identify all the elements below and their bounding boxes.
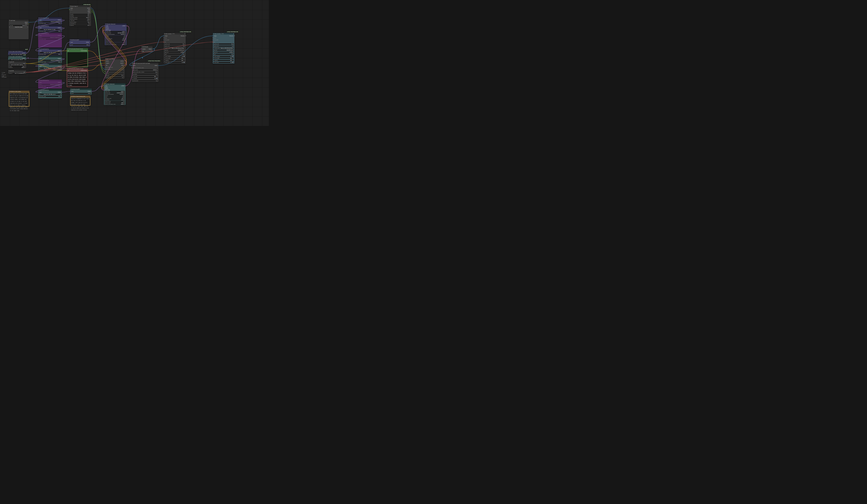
arrow-left-icon[interactable]: ◀ bbox=[105, 102, 106, 103]
node-header[interactable]: LoraLoaderModelOnly bbox=[38, 17, 62, 19]
toggle-knob[interactable] bbox=[232, 60, 233, 61]
node-msd3_bot[interactable]: ModelSamplingSD3modelMODEL◀shift6.00▶ bbox=[70, 88, 92, 95]
arrow-left-icon[interactable]: ◀ bbox=[165, 52, 165, 53]
widget-pingpong[interactable]: pingpongfalse bbox=[164, 60, 185, 61]
reroute-dot[interactable] bbox=[28, 58, 29, 58]
input-slot-audio[interactable] bbox=[212, 37, 213, 38]
output-slot-VAE[interactable] bbox=[26, 72, 27, 73]
output-slot-LATENT[interactable] bbox=[126, 25, 127, 26]
widget-frame-rate[interactable]: ◀frame_rate16▶ bbox=[164, 44, 185, 45]
output-slot-CLIP[interactable] bbox=[26, 63, 27, 64]
wire-green[interactable] bbox=[91, 11, 105, 74]
arrow-left-icon[interactable]: ◀ bbox=[39, 62, 40, 63]
arrow-right-icon[interactable]: ▶ bbox=[123, 75, 123, 76]
input-slot-model[interactable] bbox=[104, 86, 104, 86]
widget-ckpt-name[interactable]: ◀ckpt_namerife49.pth▶ bbox=[132, 69, 158, 70]
widget-wan-pov-missionary-v1-1-safet-[interactable]: ◀wan_pov_missionary_v1.1.safet ...▶ bbox=[39, 68, 61, 69]
output-slot-MODEL[interactable] bbox=[62, 51, 62, 51]
widget-scale-factor[interactable]: ◀scale_factor1▶ bbox=[132, 80, 158, 81]
widget-cfg[interactable]: ◀cfg1.0▶ bbox=[105, 36, 126, 38]
output-slot-Filenames[interactable] bbox=[234, 35, 235, 36]
widget-shift[interactable]: ◀shift6.00▶ bbox=[71, 93, 91, 94]
node-header[interactable]: CLIP Text Encode (Negative Prompt) bbox=[67, 68, 88, 69]
wire-shadow[interactable] bbox=[62, 91, 70, 92]
node-notes_lora[interactable]: NOTES for LoRa LoadingWhen Loading your … bbox=[9, 91, 30, 107]
widget-wan2-2-i2v-low-noise-14b-q4-[interactable]: ◀wan2.2_i2v_low_noise_14B_Q4 ...▶ bbox=[9, 59, 25, 60]
wire-shadow[interactable] bbox=[153, 36, 164, 49]
widget-strength-model[interactable]: ◀strength_model1.00▶ bbox=[39, 23, 61, 24]
arrow-left-icon[interactable]: ◀ bbox=[214, 52, 214, 53]
arrow-left-icon[interactable]: ◀ bbox=[105, 94, 106, 95]
arrow-left-icon[interactable]: ◀ bbox=[133, 74, 133, 75]
output-slot-CONDITIONING[interactable] bbox=[88, 51, 89, 51]
input-slot-samples[interactable] bbox=[141, 48, 142, 50]
arrow-left-icon[interactable]: ◀ bbox=[71, 22, 71, 23]
arrow-left-icon[interactable]: ◀ bbox=[39, 54, 40, 55]
arrow-right-icon[interactable]: ▶ bbox=[125, 33, 125, 33]
arrow-right-icon[interactable]: ▶ bbox=[233, 44, 233, 45]
node-lora5[interactable]: LoraLoaderModelOnlymodelMODEL◀lora_n ...… bbox=[38, 56, 62, 63]
node-lora6[interactable]: LoraLoaderModelOnlymodelMODEL◀wan_pov_mi… bbox=[38, 64, 62, 71]
widget-scheduler[interactable]: ◀schedulernormal▶ bbox=[105, 99, 125, 100]
arrow-left-icon[interactable]: ◀ bbox=[71, 93, 72, 94]
node-header[interactable]: CLIP Text Encode (Positive Prompt) bbox=[67, 48, 88, 50]
output-slot-MODEL[interactable] bbox=[90, 42, 91, 43]
node-lora7[interactable]: LoraLoaderModelOnlymodelMODEL◀lora_...Cu… bbox=[38, 79, 62, 89]
widget-device[interactable]: ◀devicedefault▶ bbox=[9, 67, 25, 68]
node-lora8[interactable]: LoraLoaderModelOnlymodelMODEL◀lightx2v_I… bbox=[38, 89, 62, 98]
node-msd3_top[interactable]: ModelSamplingSD3modelMODEL◀shift6.00▶ bbox=[69, 39, 90, 46]
node-header[interactable]: Unet Loader (LOW NOISE GG... bbox=[8, 56, 26, 57]
output-slot-positive[interactable] bbox=[124, 61, 125, 61]
toggle-knob[interactable] bbox=[184, 56, 184, 57]
widget-pix-fmt[interactable]: ◀pix_fmtyuv420p▶ bbox=[164, 52, 185, 53]
arrow-right-icon[interactable]: ▶ bbox=[123, 77, 123, 78]
node-header[interactable]: NOTES for LoRa Loading bbox=[9, 91, 30, 92]
arrow-right-icon[interactable]: ▶ bbox=[90, 93, 90, 94]
toggle-knob[interactable] bbox=[184, 62, 184, 63]
node-notes_shift[interactable]: NOTES for Model Sampling ShiftUsing the … bbox=[70, 96, 90, 106]
widget-steps[interactable]: ◀steps6▶ bbox=[105, 95, 125, 96]
arrow-left-icon[interactable]: ◀ bbox=[9, 73, 10, 74]
widget-lora-[interactable]: ◀lora_...Cuberpunk_20.safetensors▶ bbox=[39, 84, 61, 85]
wire-shadow[interactable] bbox=[91, 10, 105, 72]
widget-steps[interactable]: ◀steps6▶ bbox=[105, 35, 126, 36]
node-header[interactable]: LoraLoaderModelOnly bbox=[38, 79, 62, 81]
input-slot-model[interactable] bbox=[70, 91, 71, 92]
node-graph-canvas[interactable]: T: 0.00sI: 0N: 27 [27]V: 58FPS:59.88 Loa… bbox=[0, 0, 269, 126]
input-slot-images[interactable] bbox=[212, 35, 213, 36]
node-header[interactable]: KSampler (Advanced) bbox=[104, 83, 126, 85]
arrow-right-icon[interactable]: ▶ bbox=[124, 91, 124, 92]
input-slot-model[interactable] bbox=[38, 58, 39, 59]
arrow-right-icon[interactable]: ▶ bbox=[124, 101, 124, 102]
arrow-left-icon[interactable]: ◀ bbox=[106, 33, 106, 33]
arrow-left-icon[interactable]: ◀ bbox=[71, 15, 71, 16]
input-slot-model[interactable] bbox=[38, 92, 39, 93]
arrow-right-icon[interactable]: ▶ bbox=[60, 96, 61, 97]
arrow-left-icon[interactable]: ◀ bbox=[106, 75, 107, 76]
input-slot-height[interactable] bbox=[105, 73, 105, 74]
node-vc1[interactable]: Video Combine🎥ⓋⒽⓈ?imagesFilenamesaudiome… bbox=[164, 33, 186, 64]
arrow-left-icon[interactable]: ◀ bbox=[39, 29, 40, 30]
arrow-left-icon[interactable]: ◀ bbox=[39, 52, 40, 53]
output-slot-LATENT[interactable] bbox=[125, 86, 126, 86]
arrow-right-icon[interactable]: ▶ bbox=[233, 46, 233, 46]
widget-pingpong[interactable]: pingpongfalse bbox=[213, 60, 234, 61]
widget-strength-model[interactable]: ◀strength_model1.50▶ bbox=[39, 96, 61, 97]
arrow-right-icon[interactable]: ▶ bbox=[24, 59, 25, 60]
node-clip_neg[interactable]: CLIP Text Encode (Negative Prompt)clipCO… bbox=[67, 68, 88, 87]
arrow-right-icon[interactable]: ▶ bbox=[125, 38, 125, 39]
arrow-left-icon[interactable]: ◀ bbox=[105, 95, 106, 96]
arrow-right-icon[interactable]: ▶ bbox=[60, 29, 61, 30]
toggle-knob[interactable] bbox=[184, 60, 184, 61]
widget-clear-cache-after-n-frames[interactable]: ◀clear_cache_after_n_frames10▶ bbox=[132, 72, 158, 73]
arrow-right-icon[interactable]: ▶ bbox=[233, 54, 233, 55]
widget-keep-proportion[interactable]: ◀keep_proportioncrop▶ bbox=[70, 18, 90, 20]
node-header[interactable]: Load Image bbox=[9, 20, 29, 21]
wire-green[interactable] bbox=[91, 10, 105, 72]
node-header[interactable]: LoraLoaderModelOnly bbox=[38, 33, 62, 34]
node-ks_bot[interactable]: KSampler (Advanced)modelLATENTpositivene… bbox=[104, 83, 126, 105]
widget-crf[interactable]: ◀crf19▶ bbox=[213, 54, 234, 55]
toggle-knob[interactable] bbox=[157, 78, 157, 79]
arrow-right-icon[interactable]: ▶ bbox=[125, 35, 125, 36]
node-header[interactable]: VAE Decode bbox=[141, 46, 153, 47]
